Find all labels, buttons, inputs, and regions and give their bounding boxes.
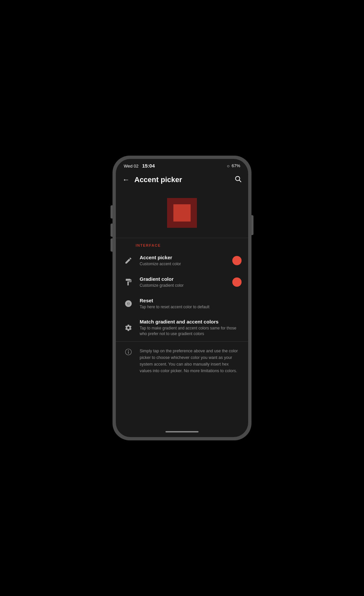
accent-picker-subtitle: Customize accent color (140, 261, 232, 267)
gradient-color-subtitle: Customize gradient color (140, 283, 232, 288)
setting-item-gradient-color[interactable]: Gradient color Customize gradient color (116, 272, 248, 293)
setting-text-gradient: Gradient color Customize gradient color (140, 276, 232, 288)
status-datetime: Wed 02 15:04 (124, 163, 155, 169)
search-button[interactable] (234, 175, 242, 184)
app-header: ← Accent picker (116, 171, 248, 188)
status-icons: ○ 67% (227, 163, 241, 169)
phone-frame: Wed 02 15:04 ○ 67% ← Accent picker (113, 156, 251, 440)
home-bar (165, 431, 199, 432)
setting-item-match-gradient[interactable]: Match gradient and accent colors Tap to … (116, 314, 248, 341)
setting-text-reset: Reset Tap here to reset accent color to … (140, 298, 242, 310)
section-label-interface: INTERFACE (116, 238, 248, 250)
match-gradient-title: Match gradient and accent colors (140, 319, 242, 324)
status-bar: Wed 02 15:04 ○ 67% (116, 159, 248, 171)
paint-roller-icon (122, 278, 134, 286)
info-icon (122, 348, 134, 356)
info-description: Simply tap on the preference above and u… (140, 348, 242, 374)
color-swatch-outer (167, 198, 197, 228)
match-gradient-subtitle: Tap to make gradient and accent colors s… (140, 325, 242, 337)
page-title: Accent picker (134, 175, 182, 184)
pencil-icon (122, 257, 134, 265)
reset-subtitle: Tap here to reset accent color to defaul… (140, 304, 242, 310)
battery-circle-icon: ○ (227, 163, 230, 169)
gradient-color-title: Gradient color (140, 276, 232, 282)
svg-line-1 (239, 180, 241, 182)
back-button[interactable]: ← (122, 175, 130, 184)
setting-text-accent-picker: Accent picker Customize accent color (140, 255, 232, 267)
color-preview-area (116, 188, 248, 238)
reset-title: Reset (140, 298, 242, 303)
accent-picker-title: Accent picker (140, 255, 232, 260)
accent-picker-toggle[interactable] (232, 256, 242, 265)
color-swatch-inner (173, 204, 191, 222)
info-section: Simply tap on the preference above and u… (116, 341, 248, 380)
setting-item-accent-picker[interactable]: Accent picker Customize accent color (116, 250, 248, 272)
battery-percent: 67% (232, 163, 240, 168)
setting-item-reset[interactable]: Reset Tap here to reset accent color to … (116, 293, 248, 315)
home-indicator (116, 428, 248, 437)
phone-screen: Wed 02 15:04 ○ 67% ← Accent picker (116, 159, 248, 437)
settings-content: INTERFACE Accent picker Customize accent… (116, 238, 248, 428)
svg-point-5 (128, 350, 129, 351)
gradient-color-toggle[interactable] (232, 277, 242, 287)
reset-icon (122, 300, 134, 308)
setting-text-match-gradient: Match gradient and accent colors Tap to … (140, 319, 242, 337)
match-gradient-icon (122, 324, 134, 332)
